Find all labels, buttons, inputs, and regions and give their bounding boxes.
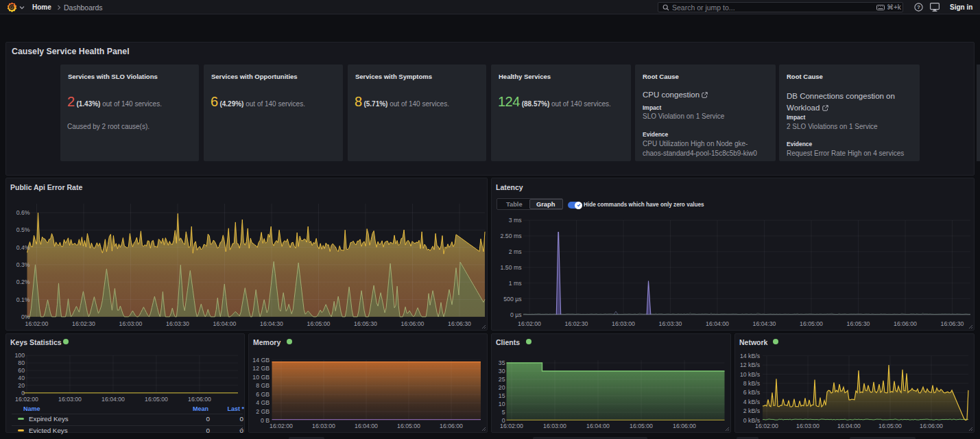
svg-text:16:05:30: 16:05:30 — [354, 320, 377, 327]
svg-text:16:06:00: 16:06:00 — [440, 423, 463, 429]
svg-text:16:06:00: 16:06:00 — [401, 320, 425, 327]
svg-text:16:02:30: 16:02:30 — [72, 320, 95, 327]
svg-text:16:03:00: 16:03:00 — [58, 396, 82, 403]
svg-text:16:05:00: 16:05:00 — [630, 423, 653, 429]
svg-text:16:05:00: 16:05:00 — [879, 423, 902, 429]
svg-text:16:06:00: 16:06:00 — [894, 320, 917, 327]
svg-text:16:04:00: 16:04:00 — [355, 423, 378, 429]
svg-text:2 ms: 2 ms — [509, 248, 522, 255]
svg-text:16:03:00: 16:03:00 — [612, 320, 635, 327]
svg-text:0.6%: 0.6% — [16, 209, 30, 216]
svg-text:1 ms: 1 ms — [509, 280, 522, 287]
svg-text:?: ? — [917, 4, 920, 10]
svg-text:12 kB/s: 12 kB/s — [740, 361, 761, 368]
svg-text:16:04:00: 16:04:00 — [101, 396, 125, 403]
svg-text:16:03:00: 16:03:00 — [796, 423, 820, 429]
svg-text:20: 20 — [499, 384, 505, 391]
svg-text:0.2%: 0.2% — [16, 278, 30, 285]
svg-text:16:03:30: 16:03:30 — [659, 320, 682, 327]
svg-text:16:04:30: 16:04:30 — [260, 320, 283, 327]
svg-text:30: 30 — [499, 368, 505, 375]
svg-text:20: 20 — [18, 382, 25, 389]
svg-text:16:06:30: 16:06:30 — [448, 320, 471, 327]
svg-text:16:06:00: 16:06:00 — [673, 423, 696, 429]
svg-text:16:04:00: 16:04:00 — [837, 423, 861, 429]
svg-text:16:03:00: 16:03:00 — [312, 423, 335, 429]
svg-text:16:03:00: 16:03:00 — [543, 423, 566, 429]
svg-text:14 GB: 14 GB — [252, 357, 270, 364]
svg-text:16:04:00: 16:04:00 — [586, 423, 610, 429]
svg-text:80: 80 — [18, 359, 25, 366]
svg-text:15: 15 — [499, 392, 505, 399]
svg-text:0.1%: 0.1% — [16, 296, 30, 303]
svg-text:16:03:30: 16:03:30 — [166, 320, 189, 327]
svg-text:16:02:00: 16:02:00 — [755, 423, 778, 429]
svg-text:2 kB/s: 2 kB/s — [743, 407, 761, 414]
svg-text:16:02:00: 16:02:00 — [270, 423, 293, 429]
svg-text:8 GB: 8 GB — [256, 382, 270, 389]
svg-text:16:04:00: 16:04:00 — [213, 320, 237, 327]
svg-text:40: 40 — [18, 375, 25, 381]
svg-text:100: 100 — [15, 352, 25, 359]
svg-text:0 B: 0 B — [261, 417, 270, 424]
svg-text:25: 25 — [499, 376, 505, 383]
svg-text:2.50 ms: 2.50 ms — [501, 233, 523, 239]
svg-text:16:05:00: 16:05:00 — [397, 423, 420, 429]
svg-text:6 GB: 6 GB — [256, 391, 270, 398]
svg-text:16:04:30: 16:04:30 — [753, 320, 776, 327]
svg-text:16:03:00: 16:03:00 — [119, 320, 143, 327]
svg-text:16:05:00: 16:05:00 — [800, 320, 823, 327]
svg-text:16:02:00: 16:02:00 — [25, 320, 49, 327]
svg-text:8 kB/s: 8 kB/s — [743, 380, 761, 387]
svg-text:16:05:00: 16:05:00 — [307, 320, 331, 327]
svg-text:12 GB: 12 GB — [252, 365, 270, 372]
svg-text:0.5%: 0.5% — [16, 226, 30, 233]
svg-text:6 kB/s: 6 kB/s — [743, 389, 761, 396]
svg-text:16:06:00: 16:06:00 — [188, 396, 211, 403]
svg-text:5: 5 — [502, 409, 505, 416]
svg-text:35: 35 — [499, 359, 505, 366]
svg-text:16:05:30: 16:05:30 — [847, 320, 870, 327]
svg-text:16:05:00: 16:05:00 — [145, 396, 168, 403]
svg-text:60: 60 — [18, 367, 25, 374]
svg-text:16:02:00: 16:02:00 — [518, 320, 541, 327]
svg-text:16:06:30: 16:06:30 — [941, 320, 964, 327]
svg-text:16:02:00: 16:02:00 — [500, 423, 523, 429]
svg-text:0.4%: 0.4% — [16, 244, 30, 251]
svg-text:16:02:30: 16:02:30 — [565, 320, 588, 327]
svg-text:10 GB: 10 GB — [252, 374, 270, 381]
svg-text:3 ms: 3 ms — [509, 217, 522, 224]
svg-text:16:02:00: 16:02:00 — [15, 396, 38, 403]
svg-text:10 kB/s: 10 kB/s — [740, 371, 761, 378]
svg-text:14 kB/s: 14 kB/s — [740, 353, 761, 359]
svg-text:4 kB/s: 4 kB/s — [743, 399, 761, 405]
svg-text:16:04:00: 16:04:00 — [706, 320, 729, 327]
svg-text:0.3%: 0.3% — [16, 261, 30, 268]
svg-text:0 µs: 0 µs — [510, 311, 522, 318]
svg-text:500 µs: 500 µs — [503, 296, 522, 302]
svg-text:4 GB: 4 GB — [256, 399, 270, 406]
svg-text:16:06:00: 16:06:00 — [920, 423, 943, 429]
svg-text:0%: 0% — [21, 313, 30, 320]
svg-text:2 GB: 2 GB — [256, 408, 270, 415]
svg-text:1.50 ms: 1.50 ms — [501, 264, 523, 271]
svg-text:10: 10 — [499, 401, 505, 407]
